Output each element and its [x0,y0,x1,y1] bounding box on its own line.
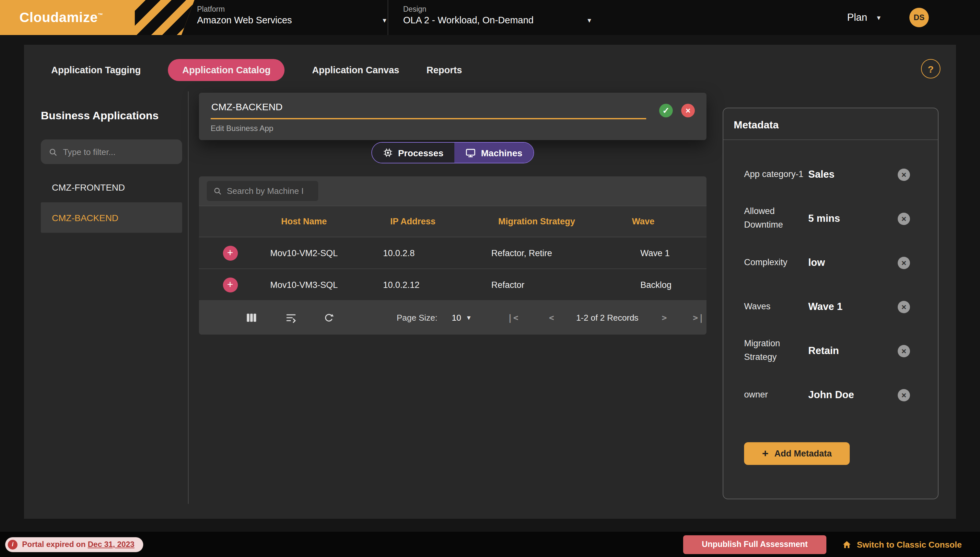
metadata-value: Wave 1 [808,301,898,313]
info-icon: i [8,539,18,549]
cpu-icon [383,148,393,158]
metadata-entry: Allowed Downtime 5 mins × [744,197,910,241]
table-row: + Mov10-VM3-SQL 10.0.2.12 Refactor Backl… [199,269,707,301]
metadata-value: Sales [808,169,898,180]
add-metadata-button[interactable]: + Add Metadata [744,442,850,465]
chevron-down-icon: ▾ [383,16,386,24]
portal-notice-text: Portal expired on [22,540,86,549]
confirm-button[interactable]: ✓ [659,103,673,117]
column-migration-strategy: Migration Strategy [479,217,594,226]
view-toggle: Processes Machines [199,142,707,163]
toggle-processes[interactable]: Processes [372,143,454,163]
wave-cell: Wave 1 [594,248,707,258]
cloudamize-logo[interactable]: Cloudamize™ [0,0,195,35]
home-icon [842,539,852,549]
design-label: Design [403,5,591,13]
tab-application-canvas[interactable]: Application Canvas [312,65,399,75]
main-panel: Application Tagging Application Catalog … [24,45,956,519]
metadata-title: Metadata [723,108,938,140]
remove-metadata-button[interactable]: × [898,301,910,313]
last-page-button[interactable]: >| [693,313,704,322]
platform-label: Platform [197,5,386,13]
sidebar-item-cmz-frontend[interactable]: CMZ-FRONTEND [41,172,182,202]
migration-strategy-cell: Refactor, Retire [479,248,594,258]
plan-menu[interactable]: Plan ▾ [847,0,881,35]
remove-metadata-button[interactable]: × [898,212,910,225]
page-size-value: 10 [452,313,461,322]
business-app-name-input[interactable] [211,101,646,119]
machines-table: Host Name IP Address Migration Strategy … [199,176,707,335]
metadata-label: Complexity [744,256,808,269]
page-size-select[interactable]: 10 ▾ [452,313,471,322]
migration-strategy-cell: Refactor [479,280,594,290]
machine-search-field [207,181,318,201]
table-row: + Mov10-VM2-SQL 10.0.2.8 Refactor, Retir… [199,237,707,269]
cancel-button[interactable]: × [681,103,695,117]
first-page-button[interactable]: |< [507,313,519,322]
records-count: 1-2 of 2 Records [576,313,639,322]
tab-reports[interactable]: Reports [426,65,462,75]
refresh-button[interactable] [322,311,336,324]
expand-row-button[interactable]: + [223,277,237,292]
columns-icon [245,312,257,324]
sidebar-item-cmz-backend[interactable]: CMZ-BACKEND [41,202,182,233]
processes-label: Processes [398,148,443,158]
column-host-name: Host Name [261,217,347,226]
remove-metadata-button[interactable]: × [898,345,910,357]
unpublish-full-assessment-button[interactable]: Unpublish Full Assessment [683,535,826,554]
status-bar: i Portal expired on Dec 31, 2023 Unpubli… [0,532,980,557]
sidebar-divider [188,91,189,504]
header-divider [388,0,388,35]
metadata-value: 5 mins [808,213,898,224]
primary-tabs: Application Tagging Application Catalog … [51,59,462,81]
logo-stripes [135,0,195,35]
host-name-cell: Mov10-VM2-SQL [261,248,347,258]
add-metadata-label: Add Metadata [774,449,832,458]
plus-icon: + [762,447,769,460]
switch-to-classic-console-link[interactable]: Switch to Classic Console [842,539,962,549]
switch-link-label: Switch to Classic Console [857,539,962,549]
remove-metadata-button[interactable]: × [898,168,910,181]
wave-cell: Backlog [594,280,707,290]
metadata-entry: Waves Wave 1 × [744,285,910,329]
metadata-panel: Metadata App category-1 Sales × Allowed … [723,107,939,499]
page-size-label: Page Size: [397,313,437,322]
chevron-down-icon: ▾ [588,16,591,24]
remove-metadata-button[interactable]: × [898,256,910,269]
portal-expiry-badge: i Portal expired on Dec 31, 2023 [5,537,143,552]
next-page-button[interactable]: > [662,313,668,322]
app-root: Cloudamize™ Platform Amazon Web Services… [0,0,980,557]
tab-application-tagging[interactable]: Application Tagging [51,65,141,75]
tab-application-catalog[interactable]: Application Catalog [168,59,285,81]
remove-metadata-button[interactable]: × [898,389,910,401]
list-filter-icon [285,312,297,324]
machine-search-input[interactable] [227,186,312,196]
column-chooser-button[interactable] [244,311,258,325]
row-filter-button[interactable] [284,311,298,325]
design-selector[interactable]: Design OLA 2 - Workload, On-Demand ▾ [403,5,591,25]
metadata-value: low [808,257,898,269]
metadata-entry: Complexity low × [744,241,910,285]
expand-row-button[interactable]: + [223,246,237,261]
metadata-entry: App category-1 Sales × [744,152,910,197]
ip-address-cell: 10.0.2.12 [347,280,479,290]
host-name-cell: Mov10-VM3-SQL [261,280,347,290]
machines-label: Machines [481,148,522,158]
prev-page-button[interactable]: < [549,313,555,322]
column-wave: Wave [594,217,707,226]
brand-name: Cloudamize™ [20,10,103,25]
platform-value: Amazon Web Services [197,15,292,25]
metadata-entry: owner John Doe × [744,373,910,417]
edit-business-app-panel: ✓ × Edit Business App [199,93,707,140]
help-button[interactable]: ? [921,59,941,78]
metadata-label: App category-1 [744,168,808,181]
metadata-label: Allowed Downtime [744,205,808,232]
filter-input[interactable] [63,147,174,156]
toggle-machines[interactable]: Machines [454,143,533,163]
trademark-symbol: ™ [98,12,103,18]
user-avatar[interactable]: DS [909,8,929,27]
platform-selector[interactable]: Platform Amazon Web Services ▾ [197,5,386,25]
search-icon [213,186,222,196]
chevron-down-icon: ▾ [467,314,471,321]
metadata-label: Migration Strategy [744,337,808,365]
